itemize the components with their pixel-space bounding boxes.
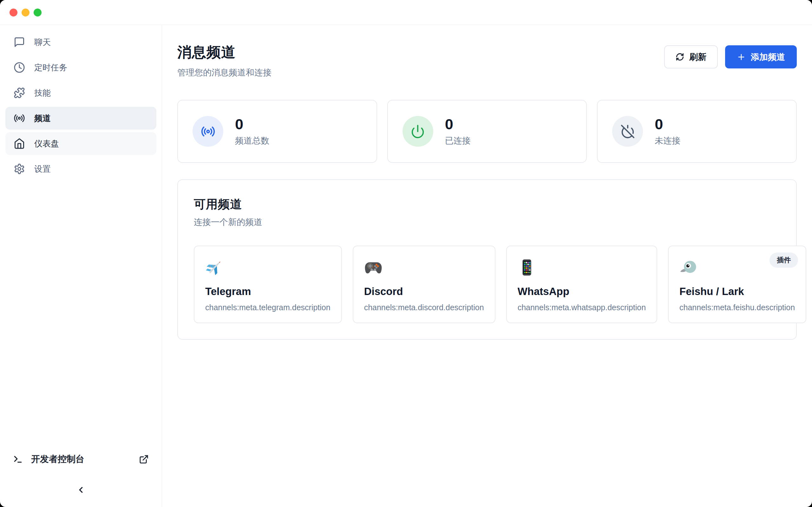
developer-console-link[interactable]: 开发者控制台 [5, 449, 156, 469]
panel-subtitle: 连接一个新的频道 [194, 216, 780, 228]
broadcast-icon [193, 116, 223, 147]
terminal-icon [13, 454, 23, 464]
channel-card-telegram[interactable]: Telegram channels:meta.telegram.descript… [194, 245, 342, 323]
stat-value: 0 [655, 117, 680, 131]
channel-description: channels:meta.telegram.description [205, 303, 331, 312]
channel-name: WhatsApp [518, 285, 646, 297]
stat-label: 未连接 [655, 135, 680, 147]
mobile-phone-emoji [518, 258, 536, 277]
page-header: 消息频道 管理您的消息频道和连接 刷新 添加频道 [177, 43, 797, 78]
channel-description: channels:meta.whatsapp.description [518, 303, 646, 312]
sidebar-item-label: 仪表盘 [34, 138, 59, 149]
sidebar-collapse-button[interactable] [71, 482, 90, 498]
channel-name: Feishu / Lark [679, 285, 795, 297]
channel-card-feishu[interactable]: 插件 Feishu / Lark channels:meta.feishu.de… [668, 245, 806, 323]
titlebar [0, 0, 812, 25]
stat-label: 已连接 [445, 135, 471, 147]
developer-console-label: 开发者控制台 [31, 453, 131, 465]
sidebar-item-dashboard[interactable]: 仪表盘 [5, 132, 156, 155]
plus-icon [737, 53, 746, 61]
channel-description: channels:meta.discord.description [364, 303, 484, 312]
refresh-button-label: 刷新 [689, 51, 706, 63]
power-off-icon [612, 116, 643, 147]
sidebar-item-label: 定时任务 [34, 62, 67, 73]
stat-label: 频道总数 [235, 135, 269, 147]
home-icon [14, 138, 25, 149]
main-content: 消息频道 管理您的消息频道和连接 刷新 添加频道 [162, 25, 812, 507]
app-window: 聊天 定时任务 技能 [0, 0, 812, 507]
stat-card-connected: 0 已连接 [387, 100, 587, 163]
sidebar-item-settings[interactable]: 设置 [5, 158, 156, 180]
stat-value: 0 [235, 117, 269, 131]
sidebar-item-label: 技能 [34, 88, 51, 99]
airplane-emoji [205, 258, 223, 277]
available-channels-panel: 可用频道 连接一个新的频道 Telegram channels:meta.tel… [177, 179, 797, 340]
gear-icon [14, 163, 25, 175]
channel-card-discord[interactable]: Discord channels:meta.discord.descriptio… [353, 245, 496, 323]
sidebar-nav: 聊天 定时任务 技能 [5, 31, 156, 180]
sidebar-item-label: 聊天 [34, 37, 51, 48]
channel-name: Telegram [205, 285, 331, 297]
sidebar: 聊天 定时任务 技能 [0, 25, 162, 507]
broadcast-icon [14, 112, 25, 124]
stat-card-disconnected: 0 未连接 [597, 100, 797, 163]
close-button[interactable] [9, 9, 17, 16]
refresh-button[interactable]: 刷新 [664, 45, 718, 68]
stat-card-total-channels: 0 频道总数 [177, 100, 377, 163]
sidebar-item-label: 设置 [34, 164, 51, 175]
sidebar-item-chat[interactable]: 聊天 [5, 31, 156, 54]
clock-icon [14, 62, 25, 73]
chat-bubble-icon [14, 37, 25, 48]
external-link-icon[interactable] [139, 454, 149, 464]
sidebar-item-skills[interactable]: 技能 [5, 81, 156, 104]
power-icon [403, 116, 433, 147]
puzzle-icon [14, 87, 25, 99]
page-subtitle: 管理您的消息频道和连接 [177, 67, 271, 78]
page-title: 消息频道 [177, 43, 271, 62]
stats-row: 0 频道总数 0 已连接 [177, 100, 797, 163]
sidebar-item-scheduled-tasks[interactable]: 定时任务 [5, 56, 156, 79]
stat-value: 0 [445, 117, 471, 131]
gamepad-emoji [364, 258, 383, 277]
channel-grid: Telegram channels:meta.telegram.descript… [194, 245, 780, 323]
sidebar-item-label: 频道 [34, 113, 51, 124]
zoom-button[interactable] [34, 9, 42, 16]
plugin-badge: 插件 [769, 252, 798, 268]
add-channel-button-label: 添加频道 [751, 51, 785, 63]
sidebar-item-channels[interactable]: 频道 [5, 107, 156, 130]
traffic-lights [9, 9, 42, 16]
channel-description: channels:meta.feishu.description [679, 303, 795, 312]
bird-emoji [679, 258, 698, 277]
add-channel-button[interactable]: 添加频道 [725, 45, 797, 68]
refresh-icon [676, 53, 684, 61]
channel-card-whatsapp[interactable]: WhatsApp channels:meta.whatsapp.descript… [506, 245, 657, 323]
chevron-left-icon [76, 485, 86, 495]
panel-title: 可用频道 [194, 196, 780, 212]
channel-name: Discord [364, 285, 484, 297]
minimize-button[interactable] [21, 9, 30, 16]
